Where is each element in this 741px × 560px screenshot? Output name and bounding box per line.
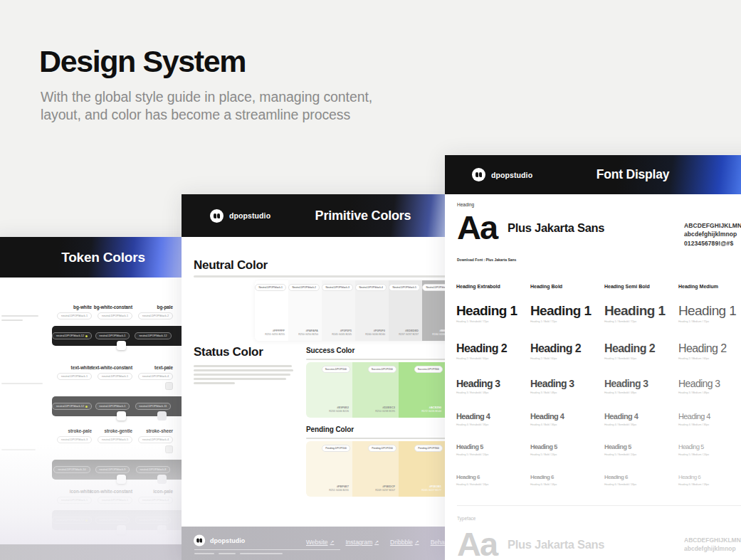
color-swatch: Pending-DPOP/300#F5E3B1R245 G227 B177 bbox=[399, 441, 445, 497]
token-label: text-pale bbox=[154, 365, 173, 370]
heading-grid: Heading ExtraboldHeading 1Heading 1 / Ex… bbox=[456, 284, 741, 503]
token-bar-pill: neutral-DPOP/black-11 bbox=[135, 403, 172, 410]
download-font-link[interactable]: Download Font : Plus Jakarta Sans bbox=[457, 258, 516, 262]
heading-sample-text: Heading 3 bbox=[604, 379, 673, 389]
heading-sample: Heading 5Heading 5 / Bold / 24px bbox=[530, 444, 599, 475]
heading-sample-text: Heading 3 bbox=[456, 379, 525, 389]
swatch-token-pill: Pending-DPOP/200 bbox=[368, 445, 396, 452]
heading-sample: Heading 2Heading 2 / Bold / 60px bbox=[530, 343, 599, 379]
heading-sample: Heading 1Heading 1 / Extrabold / 72px bbox=[456, 304, 525, 343]
token-column: stroke-paleneutral-DPOP/black-3 bbox=[52, 428, 92, 453]
footer-link-instagram[interactable]: Instagram↗ bbox=[345, 539, 379, 546]
design-system-presentation: { "hero": { "title": "Design System", "s… bbox=[0, 0, 741, 560]
token-column: icon-paleneutral-DPOP/black-4 bbox=[133, 489, 173, 504]
alphabet-uppercase: ABCDEFGHIJKLMN bbox=[684, 221, 741, 230]
text-placeholder-line bbox=[194, 374, 290, 376]
heading-sample-caption: Heading 6 / Medium / 18px bbox=[678, 483, 741, 486]
swatch-token-pill: Pending-DPOP/300 bbox=[414, 445, 443, 452]
heading-sample-text: Heading 4 bbox=[678, 413, 741, 421]
swatch-rgb-value: R172 G226 B144 bbox=[421, 410, 441, 413]
swatch-rgb-value: R249 G237 B207 bbox=[375, 489, 395, 492]
alphabet-lowercase: abcdefghijklmnop bbox=[684, 230, 741, 238]
heading-sample-text: Heading 5 bbox=[604, 444, 673, 450]
token-bar-cell: neutral-DPOP/black-1 bbox=[93, 326, 132, 346]
swatch-token-pill: Neutral-DPOP/black-1 bbox=[255, 284, 286, 291]
heading-sample-caption: Heading 4 / Bold / 36px bbox=[530, 423, 599, 426]
heading-sample: Heading 4Heading 4 / Medium / 36px bbox=[678, 413, 741, 444]
footer-link-label: Instagram bbox=[345, 539, 372, 546]
swatch-square bbox=[157, 411, 167, 421]
swatch-rgb-value: R237 G237 B237 bbox=[399, 333, 419, 336]
heading-column: Heading MediumHeading 1Heading 1 / Mediu… bbox=[678, 284, 741, 503]
swatch-rgb-value: R245 G227 B177 bbox=[421, 489, 441, 492]
heading-sample: Heading 4Heading 4 / Extrabold / 36px bbox=[456, 413, 525, 444]
color-swatch: Success-DPOP/200#D2EEC3R210 G238 B195 bbox=[352, 362, 399, 418]
token-label: bg-white-constant bbox=[94, 305, 132, 310]
heading-sample-text: Heading 5 bbox=[678, 444, 741, 450]
heading-sample-caption: Heading 2 / Medium / 60px bbox=[678, 357, 741, 360]
heading-sample-caption: Heading 6 / Bold / 18px bbox=[530, 483, 599, 486]
swatch-rgb-value: R250 G250 B250 bbox=[298, 333, 318, 336]
swatch-rgb-value: R251 G246 B231 bbox=[329, 489, 349, 492]
swatch-hex: #F5E3B1R245 G227 B177 bbox=[421, 485, 441, 493]
swatch-square bbox=[165, 382, 173, 390]
swatch-token-pill: Neutral-DPOP/black-4 bbox=[355, 284, 387, 291]
heading-sample-text: Heading 5 bbox=[530, 444, 599, 450]
heading-sample-caption: Heading 6 / Semibold / 18px bbox=[604, 483, 673, 486]
swatch-hex: #F9EDCFR249 G237 B207 bbox=[375, 485, 395, 493]
heading-sample-text: Heading 2 bbox=[530, 343, 599, 354]
color-swatch: Neutral-DPOP/black-5#EDEDEDR237 G237 B23… bbox=[389, 280, 422, 341]
token-bar-cell: neutral-DPOP/black-11 bbox=[133, 510, 173, 530]
alphabet-uppercase: ABCDEFGHIJKLMN bbox=[684, 536, 741, 544]
text-placeholder-line bbox=[1, 383, 43, 387]
color-swatch: Pending-DPOP/200#F9EDCFR249 G237 B207 bbox=[352, 441, 399, 497]
token-column: text-white-constantneutral-DPOP/black-1 bbox=[93, 365, 132, 390]
heading-sample: Heading 1Heading 1 / Medium / 72px bbox=[678, 304, 741, 343]
hero: Design System With the global style guid… bbox=[39, 44, 416, 124]
swatch-square bbox=[117, 525, 126, 534]
heading-sample: Heading 6Heading 6 / Medium / 18px bbox=[678, 475, 741, 503]
swatch-hex: #ACE290R172 G226 B144 bbox=[421, 406, 441, 414]
token-pill: neutral-DPOP/black-4 bbox=[138, 373, 173, 380]
heading-sample: Heading 1Heading 1 / Semibold / 72px bbox=[604, 304, 673, 343]
font-name: Plus Jakarta Sans bbox=[508, 221, 604, 235]
heading-sample: Heading 6Heading 6 / Extrabold / 18px bbox=[456, 475, 525, 503]
swatch-square bbox=[117, 341, 126, 350]
heading-sample-caption: Heading 5 / Extrabold / 24px bbox=[456, 453, 525, 456]
token-column: bg-paleneutral-DPOP/black-2 bbox=[133, 305, 173, 319]
color-swatch: Success-DPOP/100#E9F6E2R233 G246 B226 bbox=[306, 362, 352, 418]
heading-sample: Heading 6Heading 6 / Semibold / 18px bbox=[604, 475, 673, 503]
token-bar-pill: neutral-DPOP/black-10 bbox=[53, 466, 90, 473]
heading-column-header: Heading Bold bbox=[530, 284, 599, 304]
heading-column: Heading BoldHeading 1Heading 1 / Bold / … bbox=[530, 284, 599, 503]
token-bar-cell: neutral-DPOP/black-12 bbox=[133, 326, 173, 346]
token-pill: neutral-DPOP/black-4 bbox=[138, 436, 173, 443]
token-bar-cell: neutral-DPOP/black-10 bbox=[52, 460, 92, 480]
token-label: text-white bbox=[71, 365, 92, 370]
color-swatch: Neutral-DPOP/black-2#FAFAFAR250 G250 B25… bbox=[288, 280, 322, 341]
token-pill: neutral-DPOP/black-3 bbox=[57, 436, 92, 443]
text-placeholder-line bbox=[194, 549, 340, 550]
swatch-hex: #FBF6E7R251 G246 B231 bbox=[329, 485, 349, 493]
token-bar-pill: neutral-DPOP/black-1 bbox=[95, 403, 130, 410]
swatch-rgb-value: R245 G245 B245 bbox=[332, 333, 352, 336]
text-placeholder-line bbox=[1, 449, 36, 453]
text-placeholder-line bbox=[194, 378, 286, 380]
heading-sample-caption: Heading 4 / Semibold / 36px bbox=[604, 423, 673, 426]
heading-sample-caption: Heading 1 / Bold / 72px bbox=[530, 320, 599, 323]
page-title: Design System bbox=[39, 44, 416, 79]
token-bar-cell: neutral-DPOP/black-1 bbox=[93, 396, 132, 416]
brand-name: dpopstudio bbox=[210, 537, 245, 544]
footer-link-dribbble[interactable]: Dribbble↗ bbox=[390, 539, 419, 546]
token-bar-pill: neutral-DPOP/black-9 bbox=[95, 466, 130, 473]
heading-sample: Heading 4Heading 4 / Semibold / 36px bbox=[604, 413, 673, 444]
token-column: icon-white-constantneutral-DPOP/black-1 bbox=[93, 489, 132, 504]
heading-sample-caption: Heading 1 / Semibold / 72px bbox=[604, 320, 673, 323]
brand-logo: dpopstudio bbox=[194, 534, 245, 546]
heading-sample-caption: Heading 3 / Bold / 48px bbox=[530, 391, 599, 394]
token-bar-pill: neutral-DPOP/black-12 bbox=[52, 403, 92, 410]
swatch-rgb-value: R255 G255 B255 bbox=[265, 333, 285, 336]
footer-link-website[interactable]: Website↗ bbox=[306, 539, 334, 546]
heading-sample-text: Heading 6 bbox=[604, 475, 673, 480]
heading-sample-text: Heading 3 bbox=[678, 379, 741, 389]
